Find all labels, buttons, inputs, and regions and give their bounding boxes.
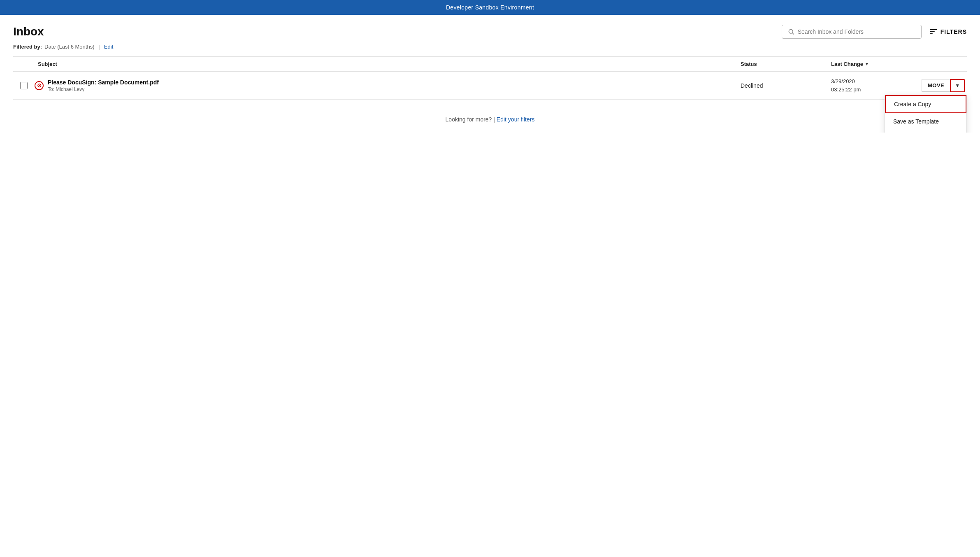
svg-line-1 <box>792 33 794 35</box>
main-content: Inbox FILTERS Filtered b <box>0 15 980 133</box>
col-header-status: Status <box>741 61 831 67</box>
col-header-checkbox <box>13 61 35 67</box>
row-actions-cell: MOVE ▼ Create a Copy Save as Template Hi… <box>922 79 967 92</box>
col-header-subject: Subject <box>35 61 741 67</box>
subject-to: To: Michael Levy <box>48 86 159 92</box>
menu-item-create-copy[interactable]: Create a Copy <box>885 95 966 113</box>
row-checkbox-cell[interactable] <box>13 82 35 89</box>
search-icon <box>788 28 794 35</box>
row-status: Declined <box>741 82 831 89</box>
row-subject-cell: ⊘ Please DocuSign: Sample Document.pdf T… <box>35 79 741 92</box>
col-header-last-change[interactable]: Last Change ▼ <box>831 61 922 67</box>
table-header: Subject Status Last Change ▼ <box>13 57 967 72</box>
filter-bar-label: Filtered by: <box>13 44 42 50</box>
page-title: Inbox <box>13 25 44 38</box>
filters-button[interactable]: FILTERS <box>930 28 967 35</box>
sort-arrow-icon: ▼ <box>865 62 869 66</box>
search-input[interactable] <box>798 28 915 35</box>
edit-filters-link[interactable]: Edit your filters <box>497 116 535 123</box>
filters-icon <box>930 29 937 35</box>
header-row: Inbox FILTERS <box>13 25 967 39</box>
top-banner: Developer Sandbox Environment <box>0 0 980 15</box>
filter-bar-edit-link[interactable]: Edit <box>104 44 113 50</box>
subject-info: Please DocuSign: Sample Document.pdf To:… <box>48 79 159 92</box>
header-right: FILTERS <box>782 25 967 39</box>
row-select-checkbox[interactable] <box>20 82 28 89</box>
col-header-actions <box>922 61 967 67</box>
search-box[interactable] <box>782 25 922 39</box>
dropdown-menu: Create a Copy Save as Template History F… <box>885 95 967 133</box>
looking-divider: | <box>493 116 497 123</box>
filter-bar-divider: | <box>98 44 100 50</box>
looking-for-more: Looking for more? | Edit your filters <box>13 116 967 123</box>
subject-name[interactable]: Please DocuSign: Sample Document.pdf <box>48 79 159 86</box>
dropdown-toggle-button[interactable]: ▼ <box>950 79 965 92</box>
last-change-time: 03:25:22 pm <box>831 86 922 94</box>
filters-label: FILTERS <box>941 28 967 35</box>
dropdown-arrow-icon: ▼ <box>955 83 960 89</box>
menu-item-history[interactable]: History <box>885 130 966 133</box>
row-last-change: 3/29/2020 03:25:22 pm <box>831 77 922 93</box>
move-button[interactable]: MOVE <box>922 79 950 92</box>
looking-text: Looking for more? <box>446 116 492 123</box>
filter-bar-value: Date (Last 6 Months) <box>44 44 94 50</box>
svg-point-0 <box>789 29 793 33</box>
filter-bar: Filtered by: Date (Last 6 Months) | Edit <box>13 44 967 50</box>
last-change-date: 3/29/2020 <box>831 77 922 86</box>
banner-text: Developer Sandbox Environment <box>446 4 534 11</box>
last-change-label: Last Change <box>831 61 863 67</box>
declined-icon: ⊘ <box>35 81 44 90</box>
table-row: ⊘ Please DocuSign: Sample Document.pdf T… <box>13 72 967 100</box>
menu-item-save-template[interactable]: Save as Template <box>885 113 966 130</box>
